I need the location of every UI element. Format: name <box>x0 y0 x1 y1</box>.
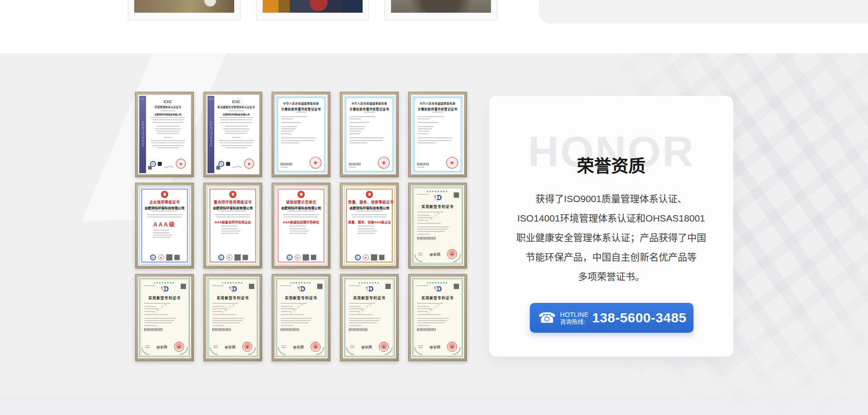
spacer <box>349 316 390 317</box>
text-placeholder-line <box>220 142 253 143</box>
certificate-card-patent[interactable]: 实用新型专利证书CNIPA申长雨★ <box>408 274 467 361</box>
text-placeholder-line <box>156 131 180 132</box>
text-placeholder-line <box>417 167 425 168</box>
certificate-card-copyright[interactable]: 中华人民共和国国家版权局计算机软件著作权登记证书★ <box>408 92 467 177</box>
qr-code-icon <box>379 255 384 260</box>
honor-section: CERTIFICATECIC环境管理体系认证证书合肥珂玛环保科技有限公司C★CE… <box>0 53 868 415</box>
qr-code-icon <box>235 255 241 260</box>
issuing-authority: 中华人民共和国国家版权局 <box>279 101 323 105</box>
certificate-card-credit[interactable]: 重合同守信用等级证书合肥珂玛环保科技有限公司AAA级重合同守信用企业C★ <box>203 183 262 269</box>
spacer <box>281 316 321 317</box>
certificate-paper: 重合同守信用等级证书合肥珂玛环保科技有限公司AAA级重合同守信用企业C★ <box>208 187 258 264</box>
certificate-title: 计算机软件著作权登记证书 <box>416 107 459 111</box>
certificate-card-credit[interactable]: 企业信用等级证书合肥珂玛环保科技有限公司AAA级C★ <box>135 183 194 269</box>
text-placeholder-line <box>349 306 361 307</box>
text-placeholder-line <box>144 311 155 312</box>
certificate-card-credit[interactable]: 质量、服务、信誉等级证书合肥珂玛环保科技有限公司质量、服务、信誉AAA级企业C★ <box>340 183 399 269</box>
text-placeholder-line <box>221 145 252 146</box>
spacer <box>349 124 389 125</box>
hotline-button[interactable]: ☎ HOTLINE 咨询热线: 138-5600-3485 <box>530 303 693 333</box>
text-placeholder-line <box>156 126 179 127</box>
certificate-card-patent[interactable]: 实用新型专利证书CNIPA申长雨★ <box>135 274 194 361</box>
qr-code-icon <box>311 255 316 260</box>
text-placeholder-line <box>418 122 438 123</box>
gallery-photo-card[interactable] <box>128 0 241 20</box>
certificate-card-patent[interactable]: 实用新型专利证书CNIPA申长雨★ <box>272 274 330 361</box>
text-placeholder-line <box>349 126 365 127</box>
certificate-number-placeholder <box>144 285 156 286</box>
text-placeholder-line <box>432 112 443 113</box>
national-emblem-seal-icon: ★ <box>174 342 184 352</box>
text-placeholder-line <box>358 233 375 234</box>
text-placeholder-line <box>281 303 307 304</box>
text-placeholder-line <box>418 126 434 127</box>
text-placeholder-line <box>418 137 453 138</box>
cnipa-logo-icon <box>365 286 374 294</box>
certificate-paper: 实用新型专利证书CNIPA申长雨★ <box>276 278 326 357</box>
background-card <box>539 0 868 24</box>
certificate-mat: 中华人民共和国国家版权局计算机软件著作权登记证书★ <box>343 94 396 174</box>
text-placeholder-line <box>144 303 170 304</box>
text-placeholder-line <box>219 211 246 212</box>
qr-code-icon <box>317 284 322 289</box>
text-placeholder-line <box>164 137 173 138</box>
certificate-paper: CERTIFICATECIC环境管理体系认证证书合肥珂玛环保科技有限公司C★ <box>139 96 190 173</box>
registrar-mark-icon <box>158 162 162 166</box>
certificate-title: 实用新型专利证书 <box>416 295 459 300</box>
certificate-title: 质量、服务、信誉等级证书 <box>348 199 391 204</box>
gallery-photo-card[interactable] <box>385 0 497 20</box>
text-placeholder-line <box>349 322 377 323</box>
text-placeholder-line <box>352 217 386 217</box>
text-placeholder-line <box>281 137 316 138</box>
qr-code-icon <box>386 284 391 289</box>
text-placeholder-line <box>417 322 445 323</box>
certificate-card-cic[interactable]: CERTIFICATECIC环境管理体系认证证书合肥珂玛环保科技有限公司C★ <box>135 92 194 177</box>
certificate-card-copyright[interactable]: 中华人民共和国国家版权局计算机软件著作权登记证书★ <box>272 92 330 177</box>
patent-signature: 申长雨 <box>293 344 304 349</box>
certificate-mat: 企业信用等级证书合肥珂玛环保科技有限公司AAA级C★ <box>138 185 191 266</box>
certificate-number-placeholder <box>417 285 429 286</box>
text-placeholder-line <box>144 306 156 307</box>
cnipa-logo-row <box>416 194 459 203</box>
spacer <box>417 313 458 314</box>
certificate-card-patent[interactable]: 实用新型专利证书CNIPA申长雨★ <box>340 274 399 361</box>
certificate-card-patent[interactable]: 实用新型专利证书CNIPA申长雨★ <box>408 183 467 269</box>
qr-code-icon <box>217 166 220 170</box>
company-name: 合肥珂玛环保科技有限公司 <box>280 206 322 210</box>
certificate-mat: CERTIFICATECIC职业健康安全管理体系认证证书合肥珂玛环保科技有限公司… <box>206 94 259 174</box>
barcode-icon <box>417 328 435 331</box>
text-placeholder-line <box>225 133 247 134</box>
certificate-card-credit[interactable]: 诚信经营示范单位合肥珂玛环保科技有限公司AAA级诚信经营示范单位C★ <box>272 183 330 269</box>
cnipa-logo-icon <box>434 286 442 294</box>
text-placeholder-line <box>418 133 428 134</box>
certificate-number-placeholder <box>349 285 360 286</box>
text-placeholder-line <box>349 122 369 123</box>
text-placeholder-line <box>216 217 250 217</box>
certificate-paper: 诚信经营示范单位合肥珂玛环保科技有限公司AAA级诚信经营示范单位C★ <box>276 187 326 264</box>
certificate-seal-row: C★ <box>280 255 322 261</box>
text-placeholder-line <box>349 167 356 168</box>
text-placeholder-line <box>418 116 444 117</box>
text-placeholder-line <box>153 230 170 231</box>
text-placeholder-line <box>281 133 292 134</box>
certificate-seal-row: C★ <box>217 159 255 173</box>
text-placeholder-line <box>281 325 293 326</box>
text-placeholder-line <box>281 311 291 312</box>
grade-text: 质量、服务、信誉AAA级企业 <box>348 220 391 224</box>
certificate-card-patent[interactable]: 实用新型专利证书CNIPA申长雨★ <box>203 274 262 361</box>
text-placeholder-line <box>212 306 225 307</box>
hotline-label-zh: 咨询热线: <box>560 318 589 325</box>
honor-description-line: ISO14001环境管理体系认证和OHSAS18001 <box>502 208 721 228</box>
cic-logo: CIC <box>217 99 255 104</box>
text-placeholder-line <box>225 126 248 127</box>
text-placeholder-line <box>157 133 179 134</box>
certificate-card-copyright[interactable]: 中华人民共和国国家版权局计算机软件著作权登记证书★ <box>340 92 399 177</box>
certificate-mat: 中华人民共和国国家版权局计算机软件著作权登记证书★ <box>411 94 464 174</box>
signature-row: 申长雨★ <box>416 249 459 262</box>
gallery-photo-card[interactable] <box>256 0 369 20</box>
text-placeholder-line <box>349 128 364 129</box>
certificate-number-placeholder <box>212 285 224 286</box>
certificate-card-cic[interactable]: CERTIFICATECIC职业健康安全管理体系认证证书合肥珂玛环保科技有限公司… <box>203 92 262 177</box>
certificate-title: 实用新型专利证书 <box>416 204 459 209</box>
text-placeholder-line <box>349 133 360 134</box>
